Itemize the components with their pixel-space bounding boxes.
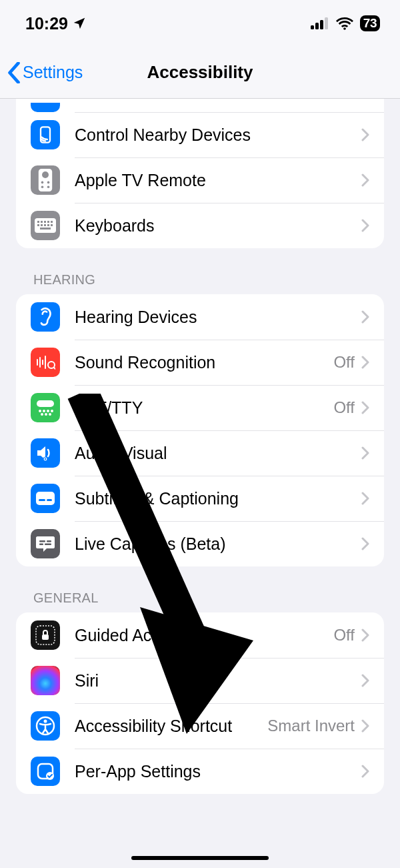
settings-row-truncated [16,99,384,112]
settings-list[interactable]: Control Nearby DevicesApple TV RemoteKey… [0,99,400,821]
home-indicator[interactable] [131,856,269,860]
svg-rect-15 [47,221,49,223]
svg-rect-47 [42,634,49,640]
svg-point-7 [41,181,44,184]
settings-row-control-nearby[interactable]: Control Nearby Devices [16,112,384,157]
svg-point-10 [47,185,50,188]
svg-point-6 [42,171,49,178]
svg-rect-19 [44,224,46,226]
svg-rect-17 [37,224,39,226]
settings-row-subtitles[interactable]: Subtitles & Captioning [16,476,384,521]
status-time: 10:29 [25,14,68,33]
svg-rect-45 [45,544,51,546]
keyboard-icon [31,211,60,240]
svg-line-28 [54,368,55,369]
row-detail: Off [333,398,355,417]
chevron-right-icon [361,628,369,642]
svg-point-8 [47,181,50,184]
svg-rect-22 [40,228,51,230]
speaker-icon [31,438,60,468]
chevron-right-icon [361,446,369,460]
svg-point-38 [45,458,47,460]
settings-row-apple-tv-remote[interactable]: Apple TV Remote [16,157,384,203]
svg-point-32 [47,410,49,412]
a11y-icon [31,711,60,741]
svg-rect-16 [51,221,53,223]
chevron-right-icon [361,765,369,778]
svg-rect-1 [315,23,319,29]
svg-rect-39 [36,492,55,505]
svg-point-30 [39,410,41,412]
svg-rect-40 [39,499,45,501]
chevron-right-icon [361,128,369,141]
livecap-icon [31,529,60,558]
row-label: Hearing Devices [75,308,361,327]
nearby-icon [31,120,60,149]
settings-row-siri[interactable]: Siri [16,658,384,703]
svg-rect-43 [47,540,51,542]
back-button[interactable]: Settings [7,62,83,83]
wifi-icon [336,17,353,30]
truncated-icon [31,103,60,112]
settings-row-audio-visual[interactable]: Audio/Visual [16,430,384,476]
remote-icon [31,165,60,195]
chevron-right-icon [361,492,369,505]
chevron-right-icon [361,401,369,414]
section-header-general: GENERAL [0,566,400,612]
chevron-right-icon [361,219,369,232]
section-header-hearing: HEARING [0,248,400,294]
svg-rect-29 [37,400,54,407]
svg-rect-2 [320,20,323,29]
location-icon [72,16,87,31]
row-label: Accessibility Shortcut [75,717,267,736]
settings-row-live-captions[interactable]: Live Captions (Beta) [16,521,384,566]
chevron-left-icon [7,62,21,83]
row-label: Keyboards [75,216,361,236]
settings-row-per-app-settings[interactable]: Per-App Settings [16,749,384,794]
svg-point-36 [49,413,51,416]
row-label: Per-App Settings [75,762,361,781]
row-label: Guided Access [75,626,333,645]
settings-row-accessibility-shortcut[interactable]: Accessibility ShortcutSmart Invert [16,703,384,749]
status-left: 10:29 [25,14,87,33]
svg-rect-21 [51,224,53,226]
settings-group-hearing: Hearing DevicesSound RecognitionOffRTT/T… [16,294,384,566]
chevron-right-icon [361,310,369,324]
cellular-icon [311,17,329,29]
svg-point-31 [43,410,45,412]
row-label: Subtitles & Captioning [75,489,361,508]
ear-icon [31,302,60,332]
siri-icon [31,666,60,695]
row-label: RTT/TTY [75,398,333,418]
captions-icon [31,484,60,513]
status-right: 73 [311,15,380,31]
chevron-right-icon [361,537,369,550]
lock-icon [31,620,60,650]
row-label: Sound Recognition [75,353,333,372]
settings-group-physical_cont: Control Nearby DevicesApple TV RemoteKey… [16,99,384,248]
nav-header: Settings Accessibility [0,47,400,99]
settings-row-guided-access[interactable]: Guided AccessOff [16,612,384,658]
svg-point-49 [44,720,47,723]
chevron-right-icon [361,674,369,687]
svg-rect-44 [39,544,43,546]
svg-rect-42 [39,540,45,542]
svg-point-33 [51,410,53,412]
chevron-right-icon [361,719,369,733]
svg-rect-41 [47,499,52,501]
perapp-icon [31,757,60,786]
battery-indicator: 73 [360,15,380,31]
svg-point-35 [45,413,47,416]
settings-row-sound-recognition[interactable]: Sound RecognitionOff [16,340,384,385]
settings-row-hearing-devices[interactable]: Hearing Devices [16,294,384,340]
settings-row-keyboards[interactable]: Keyboards [16,203,384,248]
row-label: Control Nearby Devices [75,125,361,145]
row-label: Apple TV Remote [75,171,361,190]
back-label: Settings [23,63,83,82]
chevron-right-icon [361,356,369,369]
sound-icon [31,348,60,377]
settings-row-rtt-tty[interactable]: RTT/TTYOff [16,385,384,430]
svg-point-34 [41,413,43,416]
svg-rect-18 [41,224,43,226]
svg-rect-12 [37,221,39,223]
